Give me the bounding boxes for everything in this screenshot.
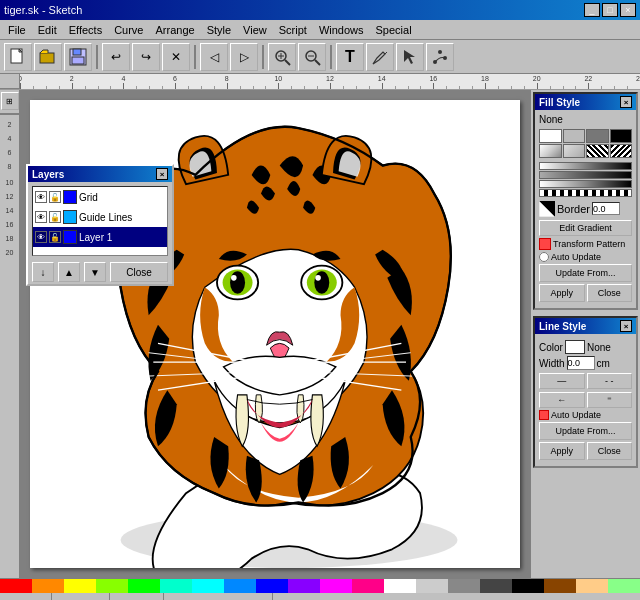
swatch-lgray[interactable] xyxy=(563,129,586,143)
status-state: modified xyxy=(52,593,111,600)
color-darkgray[interactable] xyxy=(480,579,512,593)
gradient-bar-4[interactable] xyxy=(539,189,632,197)
layers-new-button[interactable]: ↓ xyxy=(32,262,54,282)
toolbar-separator-3 xyxy=(262,45,264,69)
color-cyan[interactable] xyxy=(192,579,224,593)
zoom-out-button[interactable] xyxy=(298,43,326,71)
menu-windows[interactable]: Windows xyxy=(313,22,370,38)
layer-eye-grid[interactable]: 👁 xyxy=(35,191,47,203)
line-color-label: Color xyxy=(539,342,563,353)
arrow-button[interactable]: ← xyxy=(539,392,585,408)
undo-button[interactable]: ↩ xyxy=(102,43,130,71)
menu-file[interactable]: File xyxy=(2,22,32,38)
close-button-line[interactable]: Close xyxy=(587,442,633,460)
layer-eye-1[interactable]: 👁 xyxy=(35,231,47,243)
ruler-toggle-button[interactable]: ⊞ xyxy=(1,92,19,110)
menu-arrange[interactable]: Arrange xyxy=(149,22,200,38)
color-magenta[interactable] xyxy=(320,579,352,593)
menu-curve[interactable]: Curve xyxy=(108,22,149,38)
update-from-button-fill[interactable]: Update From... xyxy=(539,264,632,282)
close-button[interactable]: × xyxy=(620,3,636,17)
layer-row-1[interactable]: 👁 🔓 Layer 1 xyxy=(33,227,167,247)
select-tool-button[interactable] xyxy=(396,43,424,71)
swatch-black[interactable] xyxy=(610,129,633,143)
close-button-fill[interactable]: Close xyxy=(587,284,633,302)
color-blue[interactable] xyxy=(256,579,288,593)
border-value-input[interactable] xyxy=(592,202,620,215)
layers-down-button[interactable]: ▼ xyxy=(84,262,106,282)
layers-close-button[interactable]: Close xyxy=(110,262,168,282)
apply-button-line[interactable]: Apply xyxy=(539,442,585,460)
color-red[interactable] xyxy=(0,579,32,593)
pen-tool-button[interactable] xyxy=(366,43,394,71)
line-width-row: Width cm xyxy=(539,356,632,370)
line-style-close[interactable]: × xyxy=(620,320,632,332)
color-black[interactable] xyxy=(512,579,544,593)
next-button[interactable]: ▷ xyxy=(230,43,258,71)
auto-update-radio-fill[interactable] xyxy=(539,252,549,262)
color-gray[interactable] xyxy=(448,579,480,593)
text-tool-button[interactable]: T xyxy=(336,43,364,71)
swatch-grad1[interactable] xyxy=(539,144,562,158)
menu-script[interactable]: Script xyxy=(273,22,313,38)
layers-panel-close[interactable]: × xyxy=(156,168,168,180)
maximize-button[interactable]: □ xyxy=(602,3,618,17)
canvas-area[interactable]: Layers × 👁 🔓 Grid 👁 🔓 Guide Lines 👁 xyxy=(20,90,530,578)
menu-special[interactable]: Special xyxy=(370,22,418,38)
color-bar xyxy=(0,578,640,592)
delete-button[interactable]: ✕ xyxy=(162,43,190,71)
minimize-button[interactable]: _ xyxy=(584,3,600,17)
color-lime[interactable] xyxy=(96,579,128,593)
gradient-bar-1[interactable] xyxy=(539,162,632,170)
swatch-grad2[interactable] xyxy=(563,144,586,158)
fill-style-close[interactable]: × xyxy=(620,96,632,108)
color-orange[interactable] xyxy=(32,579,64,593)
open-button[interactable] xyxy=(34,43,62,71)
layer-row-guide[interactable]: 👁 🔓 Guide Lines xyxy=(33,207,167,227)
apply-button-fill[interactable]: Apply xyxy=(539,284,585,302)
redo-button[interactable]: ↪ xyxy=(132,43,160,71)
edit-gradient-button[interactable]: Edit Gradient xyxy=(539,220,632,236)
color-brown[interactable] xyxy=(544,579,576,593)
color-sky[interactable] xyxy=(224,579,256,593)
color-mint[interactable] xyxy=(608,579,640,593)
menu-style[interactable]: Style xyxy=(201,22,237,38)
swatch-gray[interactable] xyxy=(586,129,609,143)
color-peach[interactable] xyxy=(576,579,608,593)
svg-point-24 xyxy=(314,271,329,293)
update-from-button-line[interactable]: Update From... xyxy=(539,422,632,440)
layer-lock-guide[interactable]: 🔓 xyxy=(49,211,61,223)
color-purple[interactable] xyxy=(288,579,320,593)
menu-edit[interactable]: Edit xyxy=(32,22,63,38)
layers-panel-titlebar[interactable]: Layers × xyxy=(28,166,172,182)
color-teal[interactable] xyxy=(160,579,192,593)
gradient-bar-3[interactable] xyxy=(539,180,632,188)
line-color-swatch[interactable] xyxy=(565,340,585,354)
line-width-input[interactable] xyxy=(567,356,595,370)
layer-lock-1[interactable]: 🔓 xyxy=(49,231,61,243)
layers-up-button[interactable]: ▲ xyxy=(58,262,80,282)
dash-line-button[interactable]: - - xyxy=(587,373,633,389)
color-pink[interactable] xyxy=(352,579,384,593)
node-tool-button[interactable] xyxy=(426,43,454,71)
gradient-bar-2[interactable] xyxy=(539,171,632,179)
arrow-end-button[interactable]: ⁼ xyxy=(587,392,633,408)
layer-eye-guide[interactable]: 👁 xyxy=(35,211,47,223)
solid-line-button[interactable]: — xyxy=(539,373,585,389)
color-yellow[interactable] xyxy=(64,579,96,593)
new-button[interactable] xyxy=(4,43,32,71)
layers-panel: Layers × 👁 🔓 Grid 👁 🔓 Guide Lines 👁 xyxy=(26,164,174,286)
swatch-white[interactable] xyxy=(539,129,562,143)
menu-effects[interactable]: Effects xyxy=(63,22,108,38)
color-white[interactable] xyxy=(384,579,416,593)
color-lightgray[interactable] xyxy=(416,579,448,593)
swatch-hatch2[interactable] xyxy=(610,144,633,158)
prev-button[interactable]: ◁ xyxy=(200,43,228,71)
color-green[interactable] xyxy=(128,579,160,593)
layer-lock-grid[interactable]: 🔓 xyxy=(49,191,61,203)
save-button[interactable] xyxy=(64,43,92,71)
menu-view[interactable]: View xyxy=(237,22,273,38)
layer-row-grid[interactable]: 👁 🔓 Grid xyxy=(33,187,167,207)
swatch-hatch1[interactable] xyxy=(586,144,609,158)
zoom-in-button[interactable] xyxy=(268,43,296,71)
